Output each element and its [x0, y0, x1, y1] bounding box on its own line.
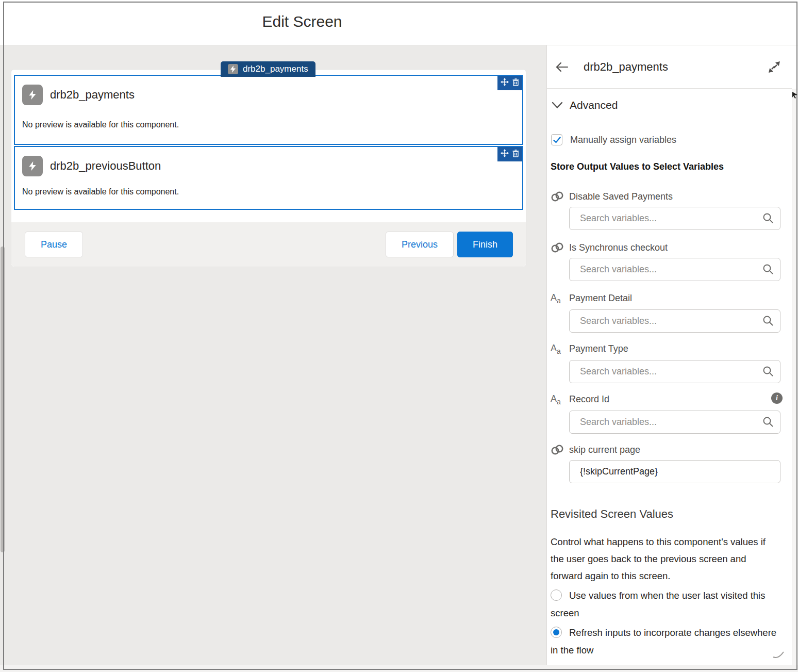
- component-preview-message: No preview is available for this compone…: [22, 187, 179, 196]
- edit-screen-dialog: Edit Screen drb2b_payments: [0, 0, 798, 672]
- field-label: skip current page: [569, 445, 640, 455]
- search-variables-input[interactable]: [569, 411, 780, 434]
- dialog-bottom-edge: [0, 665, 798, 672]
- manually-assign-label: Manually assign variables: [570, 135, 676, 145]
- text-type-icon: Aa: [551, 343, 569, 355]
- move-icon[interactable]: [501, 78, 509, 88]
- search-variables-input[interactable]: [569, 360, 780, 383]
- screen-tab[interactable]: drb2b_payments: [221, 61, 315, 77]
- manually-assign-row: Manually assign variables: [551, 134, 676, 145]
- skip-current-page-input[interactable]: [569, 460, 780, 483]
- component-actions: [497, 147, 522, 161]
- text-type-icon: Aa: [551, 394, 569, 406]
- dialog-title: Edit Screen: [3, 13, 601, 30]
- panel-scrollbar[interactable]: [792, 89, 797, 665]
- advanced-section-label: Advanced: [570, 99, 618, 111]
- component-card-previous-button[interactable]: drb2b_previousButton No preview is avail…: [14, 146, 523, 210]
- delete-icon[interactable]: [512, 150, 519, 159]
- search-variables-input[interactable]: [569, 207, 780, 230]
- lightning-icon: [228, 64, 238, 74]
- lightning-icon: [22, 156, 43, 176]
- screen-footer: Pause Previous Finish: [11, 222, 526, 267]
- advanced-section-toggle[interactable]: Advanced: [552, 99, 618, 111]
- boolean-type-icon: [551, 191, 569, 202]
- previous-button[interactable]: Previous: [386, 232, 454, 257]
- radio-button[interactable]: [551, 589, 562, 601]
- delete-icon[interactable]: [512, 78, 519, 88]
- field-record-id: Aa Record Id i: [551, 394, 784, 434]
- panel-header: drb2b_payments: [547, 45, 792, 89]
- field-label: Payment Detail: [569, 293, 632, 304]
- field-is-synchronus-checkout: Is Synchronus checkout: [551, 242, 784, 281]
- field-label: Record Id: [569, 394, 609, 405]
- screen-preview: drb2b_payments No preview is available f…: [11, 69, 526, 267]
- revisited-description: Control what happens to this component's…: [551, 533, 773, 584]
- component-title: drb2b_previousButton: [50, 159, 161, 173]
- radio-button[interactable]: [551, 627, 562, 638]
- manually-assign-checkbox[interactable]: [551, 134, 562, 145]
- boolean-type-icon: [551, 444, 569, 455]
- panel-title: drb2b_payments: [584, 60, 668, 74]
- screen-tab-label: drb2b_payments: [243, 64, 308, 74]
- field-label: Payment Type: [569, 343, 628, 354]
- dialog-titlebar: Edit Screen: [0, 0, 798, 45]
- chevron-down-icon: [552, 102, 563, 109]
- component-card-payments[interactable]: drb2b_payments No preview is available f…: [14, 75, 523, 145]
- properties-panel: drb2b_payments Advanced Manually assign …: [546, 45, 792, 665]
- radio-label: Use values from when the user last visit…: [551, 590, 765, 618]
- pause-button[interactable]: Pause: [25, 232, 83, 257]
- field-payment-type: Aa Payment Type: [551, 343, 784, 383]
- component-preview-message: No preview is available for this compone…: [22, 120, 179, 129]
- finish-button[interactable]: Finish: [457, 232, 513, 257]
- move-icon[interactable]: [501, 149, 509, 159]
- cursor-arrow-icon: [792, 91, 798, 101]
- field-payment-detail: Aa Payment Detail: [551, 292, 784, 333]
- revisited-screen-values-heading: Revisited Screen Values: [551, 507, 673, 521]
- resize-corner-icon: [772, 649, 786, 661]
- screen-canvas: drb2b_payments: [0, 45, 546, 665]
- text-type-icon: Aa: [551, 292, 569, 305]
- boolean-type-icon: [551, 242, 569, 253]
- field-disable-saved-payments: Disable Saved Payments: [551, 191, 784, 230]
- panel-body: Advanced Manually assign variables Store…: [547, 89, 792, 665]
- search-variables-input[interactable]: [569, 258, 780, 281]
- component-title: drb2b_payments: [50, 88, 135, 102]
- store-output-heading: Store Output Values to Select Variables: [551, 161, 724, 172]
- radio-label: Refresh inputs to incorporate changes el…: [551, 627, 776, 655]
- field-label: Disable Saved Payments: [569, 191, 673, 202]
- info-icon[interactable]: i: [771, 392, 783, 404]
- radio-use-last-values[interactable]: Use values from when the user last visit…: [551, 587, 784, 622]
- field-label: Is Synchronus checkout: [569, 242, 668, 253]
- search-variables-input[interactable]: [569, 309, 780, 333]
- scrollbar-thumb[interactable]: [1, 247, 5, 552]
- lightning-icon: [22, 85, 43, 105]
- field-skip-current-page: skip current page: [551, 444, 784, 483]
- radio-refresh-inputs[interactable]: Refresh inputs to incorporate changes el…: [551, 624, 784, 659]
- back-button[interactable]: [555, 61, 569, 73]
- expand-icon[interactable]: [768, 61, 780, 73]
- check-icon: [553, 137, 561, 143]
- component-actions: [497, 76, 522, 90]
